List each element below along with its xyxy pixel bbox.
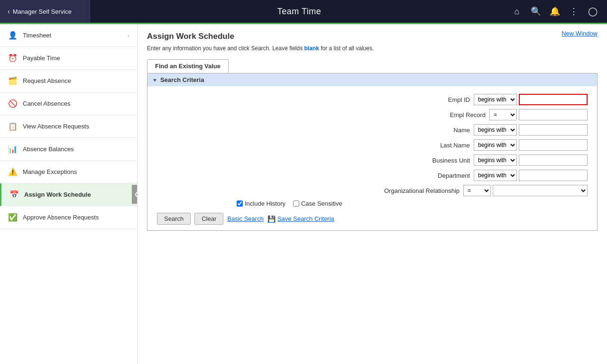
timesheet-icon: 👤 — [8, 31, 18, 40]
sidebar-label-cancel-absences: Cancel Absences — [23, 100, 129, 107]
name-operator[interactable]: begins with = contains ends with not = — [474, 124, 517, 136]
name-row: Name begins with = contains ends with no… — [157, 124, 588, 136]
back-chevron-icon: ‹ — [8, 8, 10, 15]
org-rel-row: Organizational Relationship = not = Empl… — [157, 185, 588, 196]
back-label: Manager Self Service — [13, 8, 72, 15]
manage-exceptions-icon: ⚠️ — [8, 167, 18, 176]
desc-blank: blank — [304, 45, 319, 52]
sidebar-label-manage-exceptions: Manage Exceptions — [23, 168, 129, 175]
empl-record-operator[interactable]: = not = > >= < <= — [489, 109, 517, 120]
sidebar-label-request-absence: Request Absence — [23, 77, 129, 84]
notifications-icon[interactable]: 🔔 — [546, 3, 563, 20]
sidebar-item-absence-balances[interactable]: 📊 Absence Balances — [0, 138, 137, 161]
action-row: Search Clear Basic Search 💾 Save Search … — [157, 213, 588, 225]
search-button[interactable]: Search — [157, 213, 191, 225]
empl-id-operator[interactable]: begins with = contains ends with not = — [474, 94, 517, 105]
sidebar-item-manage-exceptions[interactable]: ⚠️ Manage Exceptions — [0, 161, 137, 183]
main-content: New Window Assign Work Schedule Enter an… — [138, 24, 607, 364]
last-name-label: Last Name — [394, 142, 470, 149]
name-input[interactable] — [519, 124, 588, 136]
sidebar-item-timesheet[interactable]: 👤 Timesheet › — [0, 24, 137, 47]
app-title: Team Time — [90, 7, 508, 17]
sidebar-collapse-toggle[interactable]: ❮ — [132, 185, 138, 204]
tabs-row: Find an Existing Value — [147, 59, 598, 73]
last-name-operator[interactable]: begins with = contains ends with not = — [474, 139, 517, 151]
org-rel-label: Organizational Relationship — [384, 187, 460, 194]
sidebar: ❮ 👤 Timesheet › ⏰ Payable Time 🗂️ Reques… — [0, 24, 138, 364]
more-options-icon[interactable]: ⋮ — [565, 3, 582, 20]
case-sensitive-text: Case Sensitive — [301, 200, 342, 207]
business-unit-label: Business Unit — [394, 157, 470, 164]
sidebar-label-assign-work-schedule: Assign Work Schedule — [24, 191, 129, 198]
empl-id-label: Empl ID — [394, 96, 470, 103]
empl-record-row: Empl Record = not = > >= < <= — [157, 109, 588, 120]
save-search-label: Save Search Criteria — [277, 215, 334, 222]
assign-work-schedule-icon: 📅 — [9, 190, 19, 199]
case-sensitive-label[interactable]: Case Sensitive — [293, 200, 342, 207]
clear-button[interactable]: Clear — [194, 213, 223, 225]
sidebar-item-payable-time[interactable]: ⏰ Payable Time — [0, 47, 137, 70]
department-operator[interactable]: begins with = contains ends with not = — [474, 170, 517, 181]
include-history-checkbox[interactable] — [237, 200, 243, 207]
cancel-absences-icon: 🚫 — [8, 99, 18, 108]
tab-find-existing[interactable]: Find an Existing Value — [147, 59, 229, 73]
new-window-link[interactable]: New Window — [561, 30, 598, 37]
search-icon[interactable]: 🔍 — [527, 3, 544, 20]
request-absence-icon: 🗂️ — [8, 76, 18, 85]
search-panel-body: Empl ID begins with = contains ends with… — [147, 86, 597, 230]
payable-time-icon: ⏰ — [8, 54, 18, 63]
include-history-label[interactable]: Include History — [237, 200, 285, 207]
empl-id-row: Empl ID begins with = contains ends with… — [157, 94, 588, 105]
sidebar-item-cancel-absences[interactable]: 🚫 Cancel Absences — [0, 92, 137, 115]
department-input[interactable] — [519, 170, 588, 181]
basic-search-button[interactable]: Basic Search — [227, 215, 264, 222]
last-name-row: Last Name begins with = contains ends wi… — [157, 139, 588, 151]
search-criteria-header[interactable]: ▼ Search Criteria — [147, 73, 597, 86]
org-rel-operator[interactable]: = not = — [463, 185, 491, 196]
org-rel-value-select[interactable]: Employee Contingent Worker Persons of In… — [493, 185, 588, 196]
sidebar-label-timesheet: Timesheet — [23, 32, 123, 39]
circle-icon[interactable]: ◯ — [584, 3, 601, 20]
business-unit-operator[interactable]: begins with = contains ends with not = — [474, 155, 517, 166]
desc-prefix: Enter any information you have and click… — [147, 45, 304, 52]
timesheet-expand-icon: › — [128, 32, 129, 39]
main-layout: ❮ 👤 Timesheet › ⏰ Payable Time 🗂️ Reques… — [0, 24, 607, 364]
sidebar-label-view-absence-requests: View Absence Requests — [23, 123, 129, 130]
sidebar-item-request-absence[interactable]: 🗂️ Request Absence — [0, 70, 137, 92]
business-unit-input[interactable] — [519, 155, 588, 166]
basic-search-label: Basic Search — [227, 215, 264, 222]
sidebar-item-view-absence-requests[interactable]: 📋 View Absence Requests — [0, 115, 137, 138]
page-description: Enter any information you have and click… — [147, 45, 598, 52]
sidebar-label-payable-time: Payable Time — [23, 55, 129, 62]
page-title: Assign Work Schedule — [147, 32, 598, 41]
case-sensitive-checkbox[interactable] — [293, 200, 299, 207]
sidebar-label-absence-balances: Absence Balances — [23, 146, 129, 153]
department-label: Department — [394, 172, 470, 179]
department-row: Department begins with = contains ends w… — [157, 170, 588, 181]
search-criteria-label: Search Criteria — [160, 76, 204, 83]
save-search-icon: 💾 — [267, 215, 276, 223]
collapse-icon: ▼ — [152, 77, 157, 83]
last-name-input[interactable] — [519, 139, 588, 151]
sidebar-item-assign-work-schedule[interactable]: 📅 Assign Work Schedule — [0, 183, 137, 206]
include-history-text: Include History — [245, 200, 285, 207]
top-navigation: ‹ Manager Self Service Team Time ⌂ 🔍 🔔 ⋮… — [0, 0, 607, 23]
save-search-criteria-button[interactable]: 💾 Save Search Criteria — [267, 215, 334, 223]
checkbox-row: Include History Case Sensitive — [237, 200, 588, 207]
name-label: Name — [394, 127, 470, 134]
approve-absence-requests-icon: ✅ — [8, 213, 18, 222]
empl-record-input[interactable] — [519, 109, 588, 120]
empl-id-input[interactable] — [519, 94, 588, 105]
business-unit-row: Business Unit begins with = contains end… — [157, 155, 588, 166]
absence-balances-icon: 📊 — [8, 145, 18, 154]
search-panel: ▼ Search Criteria Empl ID begins with = … — [147, 73, 598, 231]
empl-record-label: Empl Record — [410, 111, 486, 118]
sidebar-item-approve-absence-requests[interactable]: ✅ Approve Absence Requests — [0, 206, 137, 229]
view-absence-requests-icon: 📋 — [8, 122, 18, 131]
back-button[interactable]: ‹ Manager Self Service — [0, 0, 90, 23]
home-icon[interactable]: ⌂ — [508, 3, 525, 20]
desc-suffix: for a list of all values. — [319, 45, 374, 52]
nav-icons: ⌂ 🔍 🔔 ⋮ ◯ — [508, 3, 607, 20]
sidebar-label-approve-absence-requests: Approve Absence Requests — [23, 214, 129, 221]
